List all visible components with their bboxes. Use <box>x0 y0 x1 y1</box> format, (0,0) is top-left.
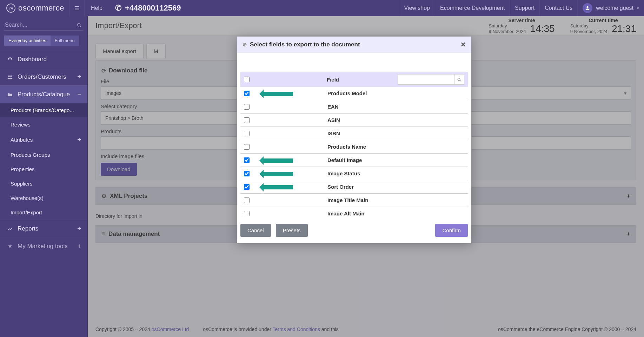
expand-icon: + <box>77 225 81 232</box>
expand-icon: + <box>77 242 81 250</box>
field-search[interactable] <box>398 74 464 85</box>
field-row[interactable]: Products Model <box>240 87 468 100</box>
field-checkbox[interactable] <box>244 117 250 123</box>
field-row[interactable]: ISBN <box>240 127 468 140</box>
people-icon <box>6 73 13 80</box>
field-checkbox[interactable] <box>244 171 250 176</box>
field-checkbox[interactable] <box>244 144 250 150</box>
expand-icon: + <box>77 73 81 80</box>
chart-icon <box>6 225 13 232</box>
annotation-arrow-icon <box>261 92 293 96</box>
field-checkbox[interactable] <box>244 157 250 163</box>
nav-label: Properties <box>11 166 34 172</box>
support-link[interactable]: Support <box>510 0 539 16</box>
field-row[interactable]: Image Alt Main <box>240 207 468 216</box>
fullmenu-toggle[interactable]: Full menu <box>51 35 79 46</box>
nav-orders[interactable]: Orders/Customers + <box>0 68 87 85</box>
field-name: Image Status <box>327 170 360 176</box>
field-name: Products Model <box>327 90 367 96</box>
nav-label: My Marketing tools <box>18 243 68 250</box>
nav-properties[interactable]: Properties <box>0 162 87 176</box>
svg-point-3 <box>8 75 9 77</box>
field-checkbox[interactable] <box>244 197 250 203</box>
field-checkbox[interactable] <box>244 211 250 216</box>
field-name: EAN <box>327 104 339 110</box>
nav-groups[interactable]: Products Groups <box>0 148 87 162</box>
plus-circle-icon: ⊕ <box>243 41 247 48</box>
dashboard-icon <box>6 56 13 63</box>
field-checkbox[interactable] <box>244 104 250 110</box>
help-link[interactable]: Help <box>85 0 109 16</box>
phone-link[interactable]: ✆ +448000112569 <box>109 0 187 16</box>
field-row[interactable]: Image Status <box>240 167 468 180</box>
fields-header: Field <box>240 72 468 87</box>
nav-products[interactable]: Products (Brands/Catego... <box>0 103 87 117</box>
search-input[interactable] <box>5 22 75 28</box>
nav-label: Suppliers <box>11 181 33 187</box>
field-checkbox[interactable] <box>244 131 250 136</box>
field-row[interactable]: Products Name <box>240 140 468 154</box>
field-column-header: Field <box>327 77 339 83</box>
annotation-arrow-icon <box>261 185 293 189</box>
hamburger-icon: ☰ <box>74 5 79 12</box>
svg-line-2 <box>80 26 81 27</box>
nav-suppliers[interactable]: Suppliers <box>0 176 87 191</box>
user-menu[interactable]: welcome guest ▾ <box>577 0 644 16</box>
search-icon <box>75 22 84 28</box>
svg-point-0 <box>587 6 589 8</box>
field-checkbox[interactable] <box>244 91 250 96</box>
sidebar-toggle[interactable]: ☰ <box>69 0 85 16</box>
cancel-button[interactable]: Cancel <box>240 224 271 237</box>
field-name: Sort Order <box>327 184 354 190</box>
sidebar-search[interactable] <box>4 20 83 31</box>
nav-label: Products/Catalogue <box>18 91 70 98</box>
view-shop-link[interactable]: View shop <box>399 0 435 16</box>
nav-dashboard[interactable]: Dashboard <box>0 51 87 68</box>
annotation-arrow-icon <box>261 172 293 176</box>
contact-link[interactable]: Contact Us <box>539 0 577 16</box>
presets-button[interactable]: Presets <box>276 224 308 237</box>
topbar: v4 oscommerce ☰ Help ✆ +448000112569 Vie… <box>0 0 644 16</box>
brand-badge-icon: v4 <box>6 4 15 13</box>
everyday-toggle[interactable]: Everyday activities <box>4 35 51 46</box>
field-checkbox[interactable] <box>244 184 250 190</box>
annotation-arrow-icon <box>261 158 293 163</box>
field-row[interactable]: ASIN <box>240 114 468 127</box>
field-row[interactable]: EAN <box>240 100 468 114</box>
confirm-button[interactable]: Confirm <box>435 224 468 237</box>
fields-list[interactable]: Field Products ModelEANASINISBNProducts … <box>240 72 468 216</box>
export-fields-modal: ⊕ Select fields to export to the documen… <box>237 37 471 243</box>
brand-logo[interactable]: v4 oscommerce <box>0 0 69 16</box>
sidebar: Everyday activities Full menu Dashboard … <box>0 16 88 337</box>
field-search-button[interactable] <box>454 74 464 84</box>
nav-warehouses[interactable]: Warehouse(s) <box>0 191 87 205</box>
nav-label: Import/Export <box>11 209 42 215</box>
brand-name: oscommerce <box>18 4 64 13</box>
field-search-input[interactable] <box>398 74 454 84</box>
field-row[interactable]: Sort Order <box>240 180 468 194</box>
user-avatar-icon <box>583 3 592 13</box>
modal-title: Select fields to export to the document <box>250 41 360 48</box>
nav-label: Reviews <box>11 122 31 128</box>
field-row[interactable]: Image Title Main <box>240 194 468 207</box>
nav-label: Products (Brands/Catego... <box>11 107 74 113</box>
field-row[interactable]: Default Image <box>240 154 468 167</box>
svg-line-6 <box>460 80 461 82</box>
svg-point-4 <box>10 75 12 77</box>
nav-reviews[interactable]: Reviews <box>0 117 87 132</box>
nav-catalogue[interactable]: Products/Catalogue − <box>0 85 87 103</box>
dev-link[interactable]: Ecommerce Development <box>435 0 510 16</box>
star-icon: ★ <box>6 242 13 250</box>
expand-icon: + <box>77 136 81 143</box>
field-name: Products Name <box>327 144 366 150</box>
main-content: Import/Export Server time Saturday 9 Nov… <box>88 16 644 337</box>
select-all-checkbox[interactable] <box>244 77 250 82</box>
caret-down-icon: ▾ <box>637 6 639 11</box>
nav-attributes[interactable]: Attributes+ <box>0 132 87 148</box>
nav-importexport[interactable]: Import/Export <box>0 205 87 220</box>
phone-number: +448000112569 <box>125 4 181 13</box>
modal-close-button[interactable]: ✕ <box>460 41 466 48</box>
nav-marketing[interactable]: ★ My Marketing tools + <box>0 237 87 255</box>
nav-reports[interactable]: Reports + <box>0 220 87 237</box>
svg-point-1 <box>78 23 80 26</box>
